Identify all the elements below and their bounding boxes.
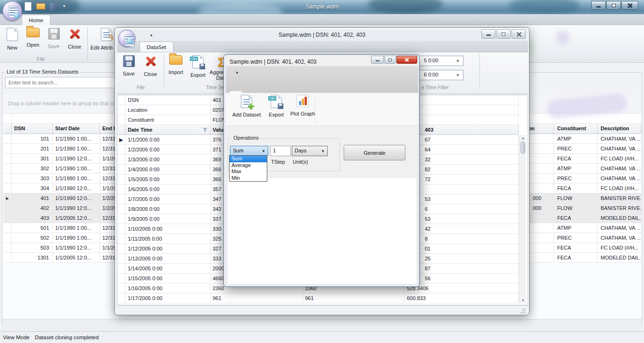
column-header-start-date[interactable]: Start Date: [53, 124, 100, 134]
cell-start-date: 1/1/2005 12:0...: [53, 253, 100, 262]
cell-dsn: 402: [12, 203, 53, 213]
column-header-constituent[interactable]: Constituent: [554, 124, 598, 134]
open-button[interactable]: Open: [23, 27, 43, 56]
filter-funnel-icon[interactable]: [203, 128, 207, 132]
cell-description: CHATHAM, VA ...: [598, 223, 641, 233]
cell-value-402: 961: [303, 293, 405, 303]
dialog-close-button[interactable]: [396, 56, 417, 64]
file-group-label: File: [37, 56, 45, 62]
close-icon: [627, 3, 632, 8]
column-header-description[interactable]: Description: [598, 124, 641, 134]
group-separator: [164, 54, 164, 87]
cell-dsn: 101: [12, 134, 53, 143]
minimize-button[interactable]: [591, 1, 606, 10]
cell-description: FC LOAD (#/H...: [598, 243, 641, 252]
generate-button[interactable]: Generate: [344, 145, 405, 160]
status-mode: View Mode: [3, 335, 30, 340]
cell-value-403: 56: [405, 274, 519, 283]
dialog-maximize-button[interactable]: [384, 56, 396, 64]
main-ribbon-tabstrip: Home: [0, 14, 644, 25]
row-indicator: [3, 233, 12, 243]
import-button[interactable]: Import: [165, 54, 187, 84]
save-button[interactable]: Save: [43, 27, 64, 56]
cell-dsn: 401: [12, 193, 53, 203]
scroll-down-icon[interactable]: ▼: [520, 299, 527, 302]
cell-description: CHATHAM, VA ...: [598, 144, 641, 153]
minimize-icon: [596, 6, 601, 8]
csv-tag: CSV: [190, 57, 198, 61]
cell-date-time: 1/11/2005 0:00: [125, 234, 211, 243]
add-dataset-icon: [241, 95, 252, 108]
column-header-dsn[interactable]: DSN: [12, 124, 53, 134]
cell-date-time: 1/5/2005 0:00: [125, 175, 211, 184]
dialog-export-button[interactable]: CSV Export: [265, 95, 287, 117]
dropdown-option-min[interactable]: Min: [230, 175, 267, 182]
cell-date-time: 1/14/2005 0:00: [125, 264, 211, 273]
tstep-input[interactable]: 1: [270, 146, 291, 156]
qat-dropdown-icon[interactable]: ▼: [62, 4, 66, 8]
unit-combobox[interactable]: Days ▼: [292, 146, 328, 156]
tab-dataset[interactable]: DataSet: [140, 42, 173, 52]
cell-date-time: 1/9/2005 0:00: [125, 214, 211, 224]
restore-button[interactable]: [606, 1, 621, 10]
save-floppy-icon: [123, 55, 135, 67]
column-header-date-time[interactable]: Date Time: [125, 125, 211, 134]
chevron-down-icon: ▼: [321, 149, 325, 153]
cell-description: CHATHAM, VA ...: [598, 134, 641, 143]
child-close-button[interactable]: [512, 29, 526, 39]
dropdown-option-sum[interactable]: Sum: [230, 156, 267, 162]
child-minimize-button[interactable]: [481, 29, 495, 39]
close-x-icon: [144, 55, 157, 67]
application-window: Sample.wdm ▼ Home New Open Save Close: [0, 0, 644, 343]
row-indicator: [117, 145, 125, 154]
export-button[interactable]: CSV Export: [188, 54, 208, 84]
plot-graph-button[interactable]: Plot Graph: [288, 95, 317, 117]
close-button[interactable]: [621, 1, 638, 10]
cell-dsn: 301: [12, 154, 53, 163]
app-logo-icon[interactable]: [2, 1, 22, 21]
dialog-minimize-button[interactable]: [371, 56, 384, 64]
cell-value-403: 32: [405, 155, 519, 164]
unit-selected-value: Days: [295, 148, 306, 153]
operation-combobox[interactable]: Sum ▼: [230, 146, 268, 156]
dropdown-option-max[interactable]: Max: [230, 168, 267, 175]
scrollbar-thumb[interactable]: [520, 142, 525, 154]
attribute-label: Location: [125, 105, 211, 115]
cell-date-time: 1/2/2005 0:00: [125, 145, 211, 154]
dropdown-option-average[interactable]: Average: [230, 162, 267, 169]
chevron-down-icon: ▼: [262, 149, 265, 153]
resize-grip[interactable]: [521, 309, 525, 313]
qat-open-icon[interactable]: [36, 3, 45, 9]
cell-value-403: 64: [405, 145, 519, 154]
tab-home[interactable]: Home: [22, 15, 50, 25]
qat-save-icon[interactable]: [50, 3, 58, 10]
column-header-value-403[interactable]: 403: [405, 125, 519, 134]
child-maximize-button[interactable]: [496, 29, 511, 39]
cell-description: CHATHAM, VA ...: [598, 164, 641, 173]
cell-start-date: 1/1/1990 1:00...: [53, 233, 100, 243]
scroll-up-icon[interactable]: ▲: [520, 136, 527, 140]
cell-description: CHATHAM, VA ...: [598, 174, 641, 183]
row-indicator: [117, 234, 125, 243]
add-dataset-button[interactable]: Add Dataset: [229, 95, 264, 117]
close-icon: [517, 32, 521, 36]
close-file-button[interactable]: Close: [64, 27, 85, 56]
timeseries-row[interactable]: 1/17/2005 0:00961961600.833: [117, 293, 519, 303]
cell-constituent: PREC: [554, 174, 598, 183]
child-close-dataset-button[interactable]: Close: [140, 54, 161, 84]
status-bar: View Mode Dataset cloning completed: [0, 331, 644, 343]
cell-constituent: FECA: [554, 243, 598, 252]
new-button[interactable]: New: [2, 27, 23, 56]
child-app-logo-icon[interactable]: [118, 30, 135, 47]
save-floppy-icon: [48, 28, 60, 40]
dialog-toolbar-strip: ▼: [226, 66, 418, 93]
dialog-qat-dropdown-icon[interactable]: ▼: [235, 71, 239, 75]
grid-vertical-scrollbar[interactable]: ▲ ▼: [519, 135, 526, 303]
child-save-button[interactable]: Save: [118, 54, 139, 84]
chevron-down-icon: ▼: [456, 59, 460, 63]
child-qat-dropdown-icon[interactable]: ▼: [149, 33, 153, 38]
qat-new-icon[interactable]: [25, 2, 32, 11]
row-indicator: [3, 243, 12, 252]
cell-start-date: 1/1/1990 1:00...: [53, 164, 100, 173]
cell-value-403: 6: [405, 204, 519, 214]
